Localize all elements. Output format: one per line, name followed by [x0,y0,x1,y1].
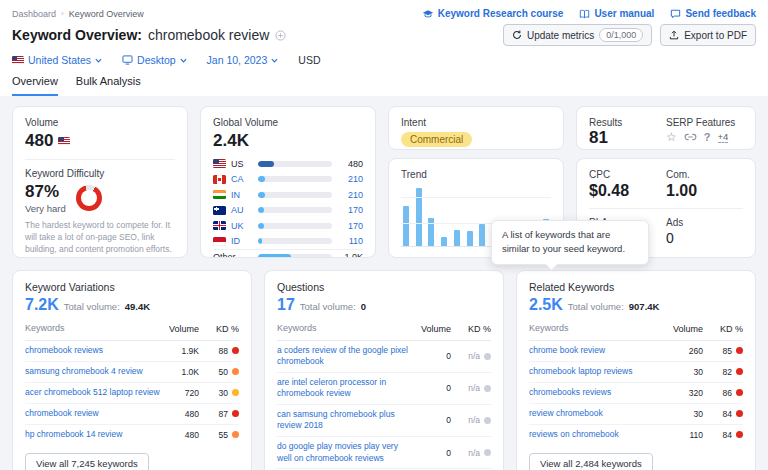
tab-overview[interactable]: Overview [12,75,58,96]
device-selector[interactable]: Desktop [122,54,187,66]
serp-features-more[interactable]: +4 [718,131,729,143]
competition-value: 1.00 [666,182,743,200]
table-title: Keyword Variations [25,281,239,293]
trend-label: Trend [401,169,551,180]
keyword-cell: chromebooks reviews [529,387,671,398]
country-code[interactable]: CA [231,174,253,184]
table-row: hp chromebook 14 review48055 [25,425,239,445]
volume-cell: 320 [671,388,703,398]
table-header-row: KeywordsVolumeKD % [25,323,239,341]
kd-cell: n/a [451,415,491,425]
keyword-link[interactable]: do google play movies play very well on … [277,441,398,462]
table-row: can samsung chromebook plus review 20180… [277,405,491,437]
trend-bar-6 [467,231,473,246]
tab-bulk-analysis[interactable]: Bulk Analysis [76,75,141,96]
star-icon[interactable]: ☆ [666,131,677,143]
kd-value: n/a [468,448,480,458]
ads-label: Ads [666,217,743,228]
table-row: do google play movies play very well on … [277,437,491,469]
country-row-au: AU170 [213,205,363,216]
kd-value: 30 [219,388,228,398]
kd-dot [736,410,743,417]
keyword-link[interactable]: can samsung chromebook plus review 2018 [277,409,395,430]
intent-card: Intent Commercial [388,106,564,150]
refresh-icon [512,30,522,40]
volume-bar-fill [258,223,264,229]
country-row-us: US480 [213,158,363,169]
keyword-link[interactable]: chromebook reviews [25,345,103,355]
update-metrics-label: Update metrics [527,30,594,41]
keyword-link[interactable]: acer chromebook 512 laptop review [25,387,160,397]
kd-dot [232,347,239,354]
country-code: US [231,159,253,169]
country-volume: 210 [337,174,363,184]
graduation-cap-icon [422,9,434,19]
country-volume: 1.0K [337,252,363,258]
volume-cell: 30 [671,367,703,377]
results-value: 81 [589,128,666,148]
keyword-research-course-link[interactable]: Keyword Research course [422,8,564,19]
kd-cell: 84 [703,409,743,419]
country-volume: 110 [337,236,363,246]
keyword-link[interactable]: reviews on chromebook [529,429,619,439]
keyword-link[interactable]: chromebook laptop reviews [529,366,632,376]
keyword-link[interactable]: chromebook review [25,408,99,418]
kd-value: 87 [219,409,228,419]
breadcrumb-dashboard[interactable]: Dashboard [12,9,56,19]
topbar-links: Keyword Research course User manual Send… [422,8,756,19]
country-code[interactable]: IN [231,190,253,200]
date-selector[interactable]: Jan 10, 2023 [207,54,279,66]
au-flag-icon [213,206,226,215]
volume-cell: 110 [671,430,703,440]
link-icon[interactable] [684,133,697,141]
keyword-cell: chromebook review [25,408,167,419]
kd-dot [736,347,743,354]
keyword-link[interactable]: samsung chromebook 4 review [25,366,143,376]
total-volume-label: Total volume: [568,301,624,312]
keyword-difficulty-label: Keyword Difficulty [25,168,175,179]
keyword-link[interactable]: hp chromebook 14 review [25,429,122,439]
country-volume: 170 [337,205,363,215]
keyword-link[interactable]: review chromebook [529,408,603,418]
volume-cell: 0 [419,415,451,425]
keyword-link[interactable]: chrome book review [529,345,605,355]
keyword-cell: do google play movies play very well on … [277,441,419,463]
volume-bar-fill [258,192,265,198]
table-count: 17 [277,296,295,314]
keyword-cell: a coders review of the google pixel chro… [277,345,419,367]
currency-indicator: USD [298,54,320,66]
keyword-link[interactable]: chromebooks reviews [529,387,611,397]
keyword-link[interactable]: are intel celeron processor in chromeboo… [277,377,386,398]
country-code[interactable]: ID [231,236,253,246]
country-code[interactable]: UK [231,221,253,231]
kd-value: n/a [468,415,480,425]
country-row-other: Other 1.0K [213,252,363,259]
add-to-list-icon[interactable] [275,30,286,41]
update-metrics-button[interactable]: Update metrics 0/1,000 [503,24,652,46]
table-row: samsung chromebook 4 review1.0K50 [25,362,239,383]
kd-dot [736,368,743,375]
table-header-row: KeywordsVolumeKD % [277,323,491,341]
topbar-link-label: Keyword Research course [438,8,564,19]
intent-badge[interactable]: Commercial [401,132,472,147]
question-mark-icon[interactable]: ? [704,131,711,143]
kd-dot [232,410,239,417]
kd-dot [484,385,491,392]
country-selector[interactable]: United States [12,54,102,66]
send-feedback-link[interactable]: Send feedback [670,8,756,19]
user-manual-link[interactable]: User manual [579,8,654,19]
kd-dot [232,431,239,438]
desktop-monitor-icon [122,55,133,65]
topbar-link-label: Send feedback [685,8,756,19]
view-all-keywords-button[interactable]: View all 7,245 keywords [25,453,149,470]
keyword-link[interactable]: a coders review of the google pixel chro… [277,345,408,366]
country-code[interactable]: AU [231,205,253,215]
keyword-cell: acer chromebook 512 laptop review [25,387,167,398]
view-all-keywords-button[interactable]: View all 2,484 keywords [529,453,653,470]
volume-cell: 720 [167,388,199,398]
page-title: Keyword Overview: [12,27,142,43]
trend-bar-1 [403,206,409,246]
uk-flag-icon [213,221,226,230]
export-to-pdf-button[interactable]: Export to PDF [660,24,756,46]
in-flag-icon [213,190,226,199]
